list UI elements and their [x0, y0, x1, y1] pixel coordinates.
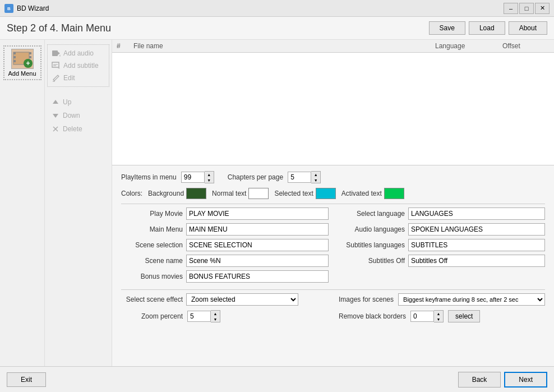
add-subtitle-label: Add subtitle [63, 62, 99, 70]
next-button[interactable]: Next [504, 372, 547, 388]
play-movie-label: Play Movie [121, 210, 183, 218]
activated-text-swatch[interactable] [384, 188, 404, 199]
chapters-per-page-spinner: ▲ ▼ [288, 171, 321, 183]
scene-selection-input[interactable] [186, 239, 329, 251]
add-menu-button[interactable]: + Add Menu [3, 45, 41, 80]
footer-right: Back Next [458, 372, 547, 388]
col-language: Language [431, 41, 498, 51]
selected-text-swatch[interactable] [316, 188, 336, 199]
edit-button[interactable]: Edit [48, 72, 109, 84]
select-language-input[interactable] [408, 207, 545, 220]
about-button[interactable]: About [509, 21, 547, 35]
normal-text-swatch[interactable] [248, 188, 269, 199]
play-movie-input[interactable] [186, 207, 329, 220]
delete-button[interactable]: Delete [47, 123, 109, 135]
scene-effect-label: Select scene effect [121, 296, 183, 303]
file-table-body [112, 53, 554, 165]
scene-name-input[interactable] [186, 255, 329, 267]
remove-spinner: ▲ ▼ [410, 310, 444, 322]
down-icon [50, 111, 61, 120]
zoom-row: Zoom percent ▲ ▼ [121, 310, 327, 322]
maximize-button[interactable]: □ [519, 3, 534, 14]
zoom-up[interactable]: ▲ [211, 311, 220, 316]
up-label: Up [63, 98, 71, 106]
chapters-per-page-label: Chapters per page [228, 173, 283, 181]
col-filename: File name [129, 41, 431, 51]
chapters-per-page-input[interactable] [288, 172, 311, 183]
background-swatch[interactable] [186, 188, 206, 199]
remove-spinbtns: ▲ ▼ [434, 310, 444, 322]
audio-languages-input[interactable] [408, 223, 545, 236]
remove-input[interactable] [410, 311, 434, 322]
bottom-left: Select scene effect Zoom selected Fade S… [121, 293, 327, 322]
selected-text-color-item: Selected text [274, 188, 335, 199]
edit-label: Edit [63, 74, 75, 82]
subtitles-languages-input[interactable] [408, 239, 545, 251]
exit-button[interactable]: Exit [7, 372, 46, 387]
down-button[interactable]: Down [47, 109, 109, 122]
add-audio-button[interactable]: + Add audio [48, 47, 109, 59]
down-label: Down [63, 112, 80, 119]
svg-rect-7 [29, 56, 31, 58]
app-icon: B [4, 4, 13, 13]
remove-up[interactable]: ▲ [434, 311, 443, 316]
subtitles-off-label: Subtitles Off [338, 257, 405, 265]
select-button[interactable]: select [448, 310, 480, 322]
remove-black-borders-label: Remove black borders [339, 312, 406, 320]
load-button[interactable]: Load [469, 21, 505, 35]
svg-text:B: B [7, 6, 11, 11]
right-panel: # File name Language Offset PlayItems in… [112, 40, 554, 366]
scene-name-label: Scene name [121, 257, 183, 265]
add-subtitle-button[interactable]: + Add subtitle [48, 59, 109, 72]
scene-effect-select[interactable]: Zoom selected Fade Slide None [186, 293, 298, 306]
colors-label: Colors: [121, 190, 142, 197]
images-label: Images for scenes [339, 296, 394, 303]
form-area: Play Movie Main Menu Scene selection Sce… [121, 207, 545, 286]
add-audio-icon: + [51, 49, 61, 58]
save-button[interactable]: Save [429, 21, 465, 35]
close-button[interactable]: ✕ [535, 3, 550, 14]
bottom-right: Images for scenes Biggest keyframe durin… [339, 293, 545, 322]
up-button[interactable]: Up [47, 96, 109, 108]
bonus-movies-input[interactable] [186, 270, 329, 283]
images-select[interactable]: Biggest keyframe during 8 sec, after 2 s… [398, 293, 545, 306]
zoom-spinner: ▲ ▼ [187, 310, 220, 322]
remove-row: Remove black borders ▲ ▼ select [339, 310, 545, 322]
subtitles-languages-row: Subtitles languages [338, 239, 545, 251]
audio-languages-row: Audio languages [338, 223, 545, 236]
play-items-label: PlayItems in menu [121, 173, 177, 181]
svg-rect-11 [52, 50, 58, 56]
col-hash: # [112, 41, 129, 51]
remove-down[interactable]: ▼ [434, 316, 443, 322]
main-menu-input[interactable] [186, 223, 329, 236]
delete-label: Delete [63, 125, 82, 133]
header-bar: Step 2 of 4. Main Menu Save Load About [0, 17, 554, 40]
chapters-spinbtns: ▲ ▼ [311, 171, 321, 183]
chapters-down[interactable]: ▼ [311, 177, 320, 183]
play-items-input[interactable] [181, 172, 205, 183]
activated-text-color-item: Activated text [341, 188, 404, 199]
audio-languages-label: Audio languages [338, 225, 405, 233]
play-items-spinner: ▲ ▼ [181, 171, 214, 183]
left-sidebar: + Add Menu [0, 40, 45, 366]
minimize-button[interactable]: – [504, 3, 518, 14]
play-items-down[interactable]: ▼ [205, 177, 214, 183]
form-right-col: Select language Audio languages Subtitle… [338, 207, 545, 286]
play-items-up[interactable]: ▲ [205, 172, 214, 177]
chapters-up[interactable]: ▲ [311, 172, 320, 177]
svg-rect-6 [29, 52, 31, 54]
header-buttons: Save Load About [429, 21, 547, 35]
zoom-down[interactable]: ▼ [211, 316, 220, 322]
background-color-item: Background [148, 188, 206, 199]
step-title: Step 2 of 4. Main Menu [7, 22, 111, 34]
add-menu-icon: + [11, 49, 34, 69]
bonus-movies-label: Bonus movies [121, 273, 183, 280]
divider2 [121, 289, 545, 290]
colors-row: Colors: Background Normal text Selected … [121, 188, 545, 199]
subtitles-off-input[interactable] [408, 255, 545, 267]
select-language-label: Select language [338, 210, 405, 218]
zoom-percent-input[interactable] [187, 311, 211, 322]
form-left-col: Play Movie Main Menu Scene selection Sce… [121, 207, 329, 286]
main-content: + Add Menu + Add audio [0, 40, 554, 366]
back-button[interactable]: Back [458, 372, 501, 388]
